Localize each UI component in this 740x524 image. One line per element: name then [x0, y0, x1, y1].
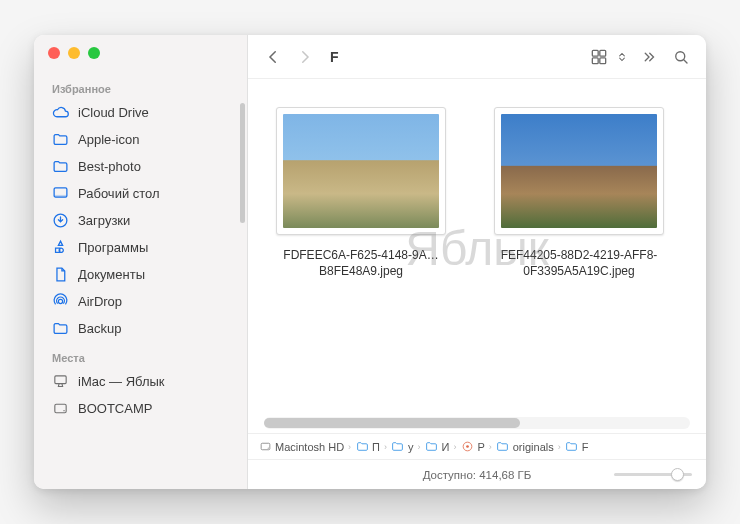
file-thumbnail [276, 107, 446, 235]
sidebar-scrollbar[interactable] [240, 103, 245, 223]
file-item[interactable]: FDFEEC6A-F625-4148-9A…B8FE48A9.jpeg [266, 107, 456, 279]
path-crumb[interactable]: П [355, 440, 380, 454]
folder-icon [565, 440, 579, 454]
path-crumb-label: P [477, 441, 484, 453]
desktop-icon [52, 185, 69, 202]
horizontal-scrollbar-thumb[interactable] [264, 418, 520, 428]
main-pane: F Яблык FDFEEC6A-F625-4148-9A…B8FE48A9.j… [248, 35, 706, 489]
path-crumb[interactable]: И [424, 440, 449, 454]
toolbar-overflow-button[interactable] [636, 44, 662, 70]
sidebar-item[interactable]: Документы [34, 261, 247, 288]
sidebar-section-locations: Места [34, 342, 247, 368]
path-crumb-label: П [372, 441, 380, 453]
sidebar-item[interactable]: iMac — Яблык [34, 368, 247, 395]
sidebar-item[interactable]: Рабочий стол [34, 180, 247, 207]
chevron-right-icon: › [558, 442, 561, 452]
apps-icon [52, 239, 69, 256]
sidebar-item-label: BOOTCAMP [78, 401, 152, 416]
sidebar-scroll: Избранное iCloud DriveApple-iconBest-pho… [34, 73, 247, 489]
sidebar-item[interactable]: Загрузки [34, 207, 247, 234]
horizontal-scrollbar[interactable] [264, 417, 690, 429]
view-options-toggle [614, 44, 630, 70]
path-crumb[interactable]: Macintosh HD [258, 440, 344, 454]
airdrop-icon [52, 293, 69, 310]
sidebar-item-label: iCloud Drive [78, 105, 149, 120]
cloud-icon [52, 104, 69, 121]
path-bar: Macintosh HD›П›y›И›P›originals›F [248, 433, 706, 459]
sidebar-item[interactable]: iCloud Drive [34, 99, 247, 126]
sidebar-item-label: Рабочий стол [78, 186, 160, 201]
folder-icon [424, 440, 438, 454]
sidebar-item[interactable]: Программы [34, 234, 247, 261]
file-grid: Яблык FDFEEC6A-F625-4148-9A…B8FE48A9.jpe… [248, 79, 706, 417]
sidebar-item[interactable]: AirDrop [34, 288, 247, 315]
zoom-button[interactable] [88, 47, 100, 59]
window-controls [34, 47, 247, 73]
file-item[interactable]: FEF44205-88D2-4219-AFF8-0F3395A5A19C.jpe… [484, 107, 674, 279]
sidebar-item-label: AirDrop [78, 294, 122, 309]
sidebar-item[interactable]: Apple-icon [34, 126, 247, 153]
path-crumb-label: Macintosh HD [275, 441, 344, 453]
search-button[interactable] [668, 44, 694, 70]
file-thumbnail [494, 107, 664, 235]
sidebar-section-favorites: Избранное [34, 73, 247, 99]
sidebar: Избранное iCloud DriveApple-iconBest-pho… [34, 35, 248, 489]
file-name: FDFEEC6A-F625-4148-9A…B8FE48A9.jpeg [266, 247, 456, 279]
disk-icon [52, 400, 69, 417]
sidebar-item-label: Загрузки [78, 213, 130, 228]
finder-window: Избранное iCloud DriveApple-iconBest-pho… [34, 35, 706, 489]
path-crumb[interactable]: originals [496, 440, 554, 454]
sidebar-item[interactable]: BOOTCAMP [34, 395, 247, 422]
status-text: Доступно: 414,68 ГБ [423, 469, 532, 481]
path-crumb-label: F [582, 441, 589, 453]
window-title: F [330, 49, 339, 65]
sidebar-item-label: Backup [78, 321, 121, 336]
sidebar-item-label: Программы [78, 240, 148, 255]
path-crumb-label: originals [513, 441, 554, 453]
imac-icon [52, 373, 69, 390]
path-crumb-label: y [408, 441, 414, 453]
close-button[interactable] [48, 47, 60, 59]
path-crumb[interactable]: F [565, 440, 589, 454]
folder-icon [52, 131, 69, 148]
document-icon [52, 266, 69, 283]
back-button[interactable] [260, 44, 286, 70]
folder-icon [52, 320, 69, 337]
sidebar-item-label: Best-photo [78, 159, 141, 174]
grid-view-icon [586, 44, 612, 70]
disk-icon [258, 440, 272, 454]
toolbar: F [248, 35, 706, 79]
sidebar-item-label: iMac — Яблык [78, 374, 165, 389]
folder-icon [496, 440, 510, 454]
chevron-right-icon: › [453, 442, 456, 452]
icon-size-slider[interactable] [614, 473, 692, 476]
photolib-icon [460, 440, 474, 454]
folder-icon [52, 158, 69, 175]
path-crumb[interactable]: P [460, 440, 484, 454]
chevron-right-icon: › [384, 442, 387, 452]
file-name: FEF44205-88D2-4219-AFF8-0F3395A5A19C.jpe… [484, 247, 674, 279]
chevron-right-icon: › [348, 442, 351, 452]
minimize-button[interactable] [68, 47, 80, 59]
folder-icon [355, 440, 369, 454]
folder-icon [391, 440, 405, 454]
view-switcher[interactable] [586, 44, 630, 70]
path-crumb-label: И [441, 441, 449, 453]
chevron-right-icon: › [417, 442, 420, 452]
chevron-right-icon: › [489, 442, 492, 452]
sidebar-item-label: Документы [78, 267, 145, 282]
sidebar-item[interactable]: Best-photo [34, 153, 247, 180]
path-crumb[interactable]: y [391, 440, 414, 454]
sidebar-item-label: Apple-icon [78, 132, 139, 147]
forward-button[interactable] [292, 44, 318, 70]
download-icon [52, 212, 69, 229]
status-bar: Доступно: 414,68 ГБ [248, 459, 706, 489]
sidebar-item[interactable]: Backup [34, 315, 247, 342]
